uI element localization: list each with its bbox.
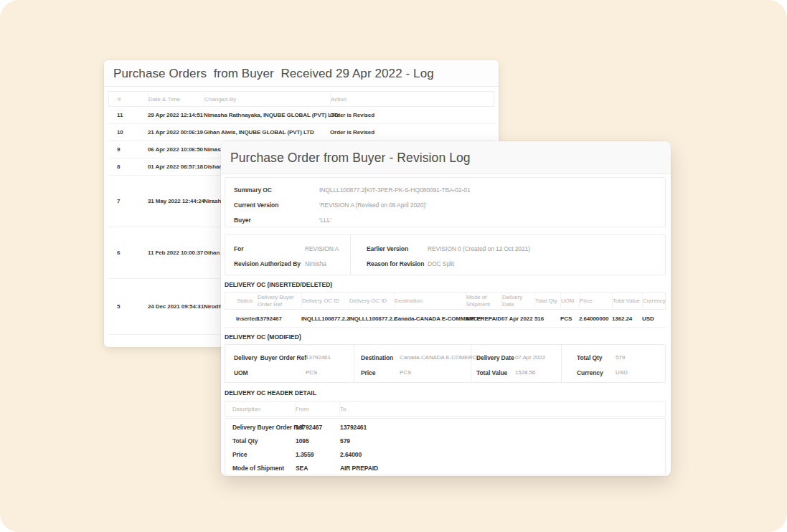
log-row-datetime: 01 Apr 2022 08:57:18 <box>148 163 204 170</box>
log-row-datetime: 24 Dec 2021 09:54:31 <box>148 303 204 310</box>
revision-panel-body: Summary OC INQLLL100877.2|KIT-3PER-PK-S-… <box>221 174 671 475</box>
log-row-num: 7 <box>117 198 148 204</box>
reason-row: Reason for Revision DOC Split <box>351 256 665 271</box>
log-col-num: # <box>118 92 149 106</box>
log-row-action: Order is Revised <box>330 129 494 136</box>
reason-value: DOC Split <box>428 260 454 267</box>
inserted-table-header: Status Delivery Buyer Order Ref Delivery… <box>225 292 666 310</box>
ins-col-delivery-oc-id-1: Delivery OC ID <box>302 293 349 309</box>
log-row-num: 8 <box>117 163 148 170</box>
authorized-by-value: Nimisha <box>305 260 326 267</box>
ins-col-total-qty: Total Qty <box>535 293 561 309</box>
mod-currency-row: Currency USD <box>562 365 665 380</box>
revision-info-left: For REVISION A Revision Authorized By Ni… <box>225 235 351 275</box>
hd-description: Total Qty <box>232 437 296 445</box>
current-version-label: Current Version <box>234 201 319 209</box>
hd-from: 13792467 <box>296 424 340 431</box>
mod-delivery-date-label: Delivery Date <box>476 354 515 361</box>
ins-currency: USD <box>642 315 666 322</box>
ins-col-delivery-buyer-order-ref: Delivery Buyer Order Ref <box>258 293 302 309</box>
mod-delivery-buyer-order-ref-value: 13792461 <box>306 354 331 361</box>
buyer-label: Buyer <box>234 217 319 224</box>
app-background: Purchase Orders from Buyer Received 29 A… <box>0 0 787 532</box>
hd-col-from: From <box>296 402 340 416</box>
ins-col-delivery-oc-id-2: Delivery OC ID <box>349 293 395 309</box>
modified-col-1: Delivery Buyer Order Ref 13792461 UOM PC… <box>225 345 354 382</box>
mod-destination-value: Canada-CANADA E-COMERCE <box>400 354 480 361</box>
log-row[interactable]: 10 21 Apr 2022 00:06:19 Gihan Alwis, INQ… <box>108 124 494 141</box>
header-detail-row: Price 1.3559 2.64000 <box>225 447 665 461</box>
mod-destination-label: Destination <box>361 354 400 361</box>
log-col-datetime: Date & Time <box>149 92 204 106</box>
ins-col-status: Status <box>237 293 258 309</box>
mod-total-value-value: 1528.56 <box>515 369 535 376</box>
log-row-num: 6 <box>117 250 148 256</box>
ins-total-value: 1362.24 <box>612 315 642 322</box>
mod-uom-label: UOM <box>234 369 306 376</box>
earlier-version-value: REVISION 0 (Created on 12 Oct 2021) <box>428 245 530 252</box>
log-row-changed-by: Gihan Alwis, INQUBE GLOBAL (PVT) LTD <box>204 129 330 136</box>
modified-section-label: DELIVERY OC (MODIFIED) <box>225 333 666 341</box>
hd-from: 1095 <box>296 437 340 445</box>
header-detail-section-label: DELIVERY OC HEADER DETAIL <box>225 389 666 396</box>
authorized-by-label: Revision Authorized By <box>234 260 305 267</box>
header-detail-card: Delivery Buyer Order Ref 13792467 137924… <box>225 418 666 475</box>
hd-from: SEA <box>296 465 340 472</box>
mod-total-qty-row: Total Qty 579 <box>562 350 665 365</box>
log-col-changed-by: Changed By <box>204 92 331 106</box>
log-row-datetime: 06 Apr 2022 10:06:50 <box>148 146 204 153</box>
summary-oc-row: Summary OC INQLLL100877.2|KIT-3PER-PK-S-… <box>225 182 665 197</box>
mod-currency-label: Currency <box>577 369 616 376</box>
inserted-table-row: Inserted 13792467 INQLLL100877.2.2 INQLL… <box>225 310 666 328</box>
log-row-datetime: 29 Apr 2022 12:14:51 <box>148 112 204 118</box>
hd-col-description: Description <box>232 402 296 416</box>
mod-delivery-buyer-order-ref-label: Delivery Buyer Order Ref <box>234 354 306 361</box>
mod-price-row: Price PCS <box>354 365 471 380</box>
buyer-value: 'LLL' <box>319 217 331 224</box>
mod-destination-row: Destination Canada-CANADA E-COMERCE <box>354 350 471 365</box>
ins-uom: PCS <box>560 315 579 322</box>
mod-total-value-row: Total Value 1528.56 <box>471 365 561 380</box>
ins-col-destination: Destination <box>395 293 466 309</box>
summary-oc-label: Summary OC <box>234 186 319 194</box>
for-row: For REVISION A <box>225 241 350 256</box>
for-value: REVISION A <box>305 245 339 252</box>
log-row-num: 5 <box>117 303 148 310</box>
ins-status: Inserted <box>236 315 257 322</box>
modified-col-2: Destination Canada-CANADA E-COMERCE Pric… <box>354 345 471 382</box>
mod-price-value: PCS <box>400 369 411 376</box>
hd-col-to: To <box>340 402 665 416</box>
hd-from: 1.3559 <box>296 451 340 458</box>
ins-col-price: Price <box>580 293 613 309</box>
log-row[interactable]: 11 29 Apr 2022 12:14:51 Nimasha Rathnaya… <box>108 107 494 124</box>
modified-card: Delivery Buyer Order Ref 13792461 UOM PC… <box>225 344 666 383</box>
inserted-section-label: DELIVERY OC (INSERTED/DELETED) <box>225 281 666 288</box>
log-row-datetime: 31 May 2022 12:44:24 <box>148 198 204 204</box>
hd-description: Price <box>232 451 296 458</box>
ins-destination: Canada-CANADA E-COMMERCE <box>394 315 466 322</box>
ins-delivery-buyer-order-ref: 13792467 <box>257 315 301 322</box>
hd-to: 13792461 <box>340 424 665 431</box>
mod-delivery-date-row: Delivery Date 07 Apr 2022 <box>471 350 561 365</box>
log-col-action: Action <box>331 92 494 106</box>
revision-panel-title: Purchase Order from Buyer - Revision Log <box>221 141 671 174</box>
ins-col-delivery-date: Delivery Date <box>502 293 535 309</box>
ins-mode-of-shipment: AIR PREPAID <box>466 315 501 322</box>
revision-info-right: Earlier Version REVISION 0 (Created on 1… <box>351 235 665 275</box>
ins-delivery-oc-id-1: INQLLL100877.2.2 <box>301 315 349 322</box>
mod-currency-value: USD <box>616 369 628 376</box>
hd-description: Delivery Buyer Order Ref <box>232 424 296 431</box>
summary-card: Summary OC INQLLL100877.2|KIT-3PER-PK-S-… <box>225 177 666 227</box>
mod-total-qty-value: 579 <box>616 354 625 361</box>
log-table-header: # Date & Time Changed By Action <box>108 91 494 107</box>
log-row-num: 11 <box>117 112 148 118</box>
mod-uom-value: PCS <box>306 369 317 376</box>
ins-col-total-value: Total Value <box>613 293 643 309</box>
mod-delivery-buyer-order-ref-row: Delivery Buyer Order Ref 13792461 <box>225 350 354 365</box>
mod-delivery-date-value: 07 Apr 2022 <box>515 354 545 361</box>
log-row-changed-by: Nimasha Rathnayaka, INQUBE GLOBAL (PVT) … <box>204 112 330 118</box>
log-row-num: 10 <box>117 129 148 136</box>
ins-col-currency: Currency <box>643 293 668 309</box>
mod-price-label: Price <box>361 369 400 376</box>
log-row-action: Order is Revised <box>330 112 494 118</box>
